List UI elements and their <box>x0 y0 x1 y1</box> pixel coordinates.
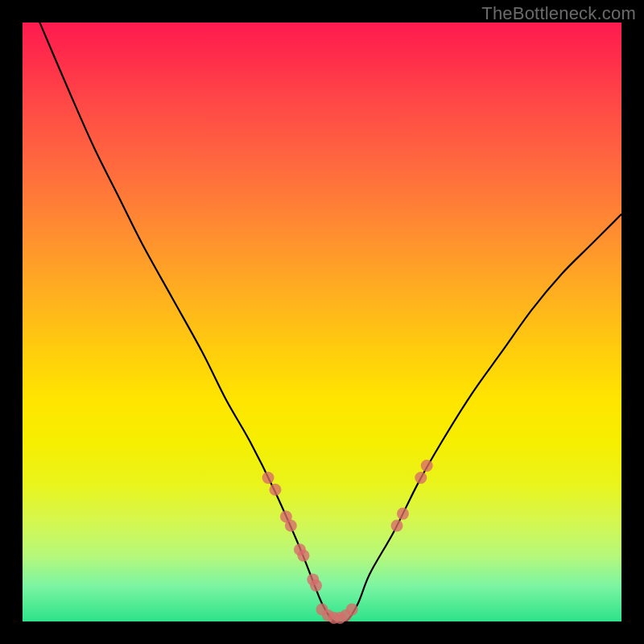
marker-dot <box>285 519 297 531</box>
marker-dot <box>310 580 322 592</box>
marker-dot <box>415 472 427 484</box>
bottleneck-curve <box>23 0 621 624</box>
marker-dot <box>262 472 275 484</box>
marker-dot <box>397 508 409 520</box>
marker-dot <box>391 519 403 531</box>
marker-dot <box>421 460 433 472</box>
marker-dot <box>346 604 358 616</box>
chart-frame: TheBottleneck.com <box>0 0 644 644</box>
marker-dot <box>269 484 281 496</box>
plot-area <box>23 23 621 621</box>
curve-markers <box>262 460 433 624</box>
watermark-text: TheBottleneck.com <box>481 3 636 24</box>
chart-svg <box>23 23 621 621</box>
marker-dot <box>297 550 309 562</box>
